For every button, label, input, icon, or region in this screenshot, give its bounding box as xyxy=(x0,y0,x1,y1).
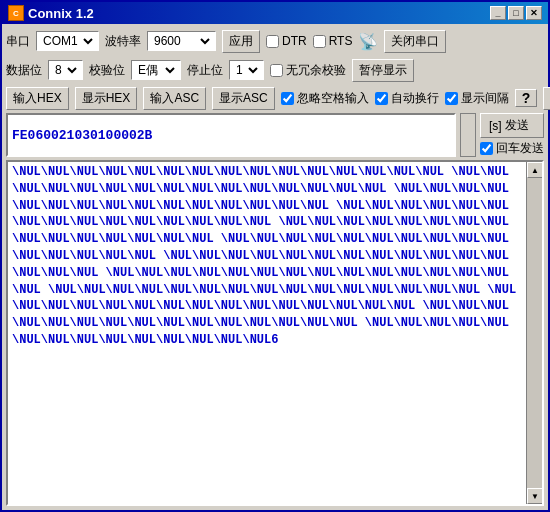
show-asc-button[interactable]: 显示ASC xyxy=(212,87,275,110)
dtr-checkbox[interactable] xyxy=(266,35,279,48)
close-port-button[interactable]: 关闭串口 xyxy=(384,30,446,53)
antenna-icon: 📡 xyxy=(358,31,378,51)
row-input-display: 输入HEX 显示HEX 输入ASC 显示ASC 忽略空格输入 自动换行 显示间隔… xyxy=(6,86,544,110)
port-label: 串口 xyxy=(6,33,30,50)
input-hex-button[interactable]: 输入HEX xyxy=(6,87,69,110)
output-area: \NUL\NUL\NUL\NUL\NUL\NUL\NUL\NUL\NUL\NUL… xyxy=(6,160,544,506)
input-send-row: [s] 发送 回车发送 xyxy=(6,113,544,157)
carriage-return-area: 回车发送 xyxy=(480,140,544,157)
scroll-up-button[interactable]: ▲ xyxy=(527,162,543,178)
carriage-return-checkbox[interactable] xyxy=(480,142,493,155)
auto-wrap-checkbox[interactable] xyxy=(375,92,388,105)
noparity-checkbox-area: 无冗余校验 xyxy=(270,62,346,79)
apply-button[interactable]: 应用 xyxy=(222,30,260,53)
port-select[interactable]: COM1 COM2 COM3 xyxy=(36,31,99,51)
port-select-input[interactable]: COM1 COM2 COM3 xyxy=(39,33,96,49)
title-bar: C Connix 1.2 _ □ ✕ xyxy=(2,2,548,24)
app-icon: C xyxy=(8,5,24,21)
minimize-button[interactable]: _ xyxy=(490,6,506,20)
close-window-button[interactable]: ✕ xyxy=(526,6,542,20)
row-databits-parity: 数据位 8 7 校验位 E偶 N无 O奇 停止位 1 2 xyxy=(6,57,544,83)
dtr-checkbox-area: DTR xyxy=(266,34,307,48)
show-interval-label: 显示间隔 xyxy=(461,90,509,107)
ignore-space-label: 忽略空格输入 xyxy=(297,90,369,107)
window-title: Connix 1.2 xyxy=(28,6,94,21)
scroll-down-button[interactable]: ▼ xyxy=(527,488,543,504)
parity-select-input[interactable]: E偶 N无 O奇 xyxy=(134,62,178,78)
input-scrollbar[interactable] xyxy=(460,113,476,157)
show-interval-checkbox[interactable] xyxy=(445,92,458,105)
parity-label: 校验位 xyxy=(89,62,125,79)
clear-display-button[interactable]: 清除显示 xyxy=(543,87,550,110)
pause-display-button[interactable]: 暂停显示 xyxy=(352,59,414,82)
parity-select[interactable]: E偶 N无 O奇 xyxy=(131,60,181,80)
send-column: [s] 发送 回车发送 xyxy=(480,113,544,157)
hex-input-field[interactable] xyxy=(6,113,456,157)
title-bar-left: C Connix 1.2 xyxy=(8,5,94,21)
carriage-return-label: 回车发送 xyxy=(496,140,544,157)
ignore-space-checkbox[interactable] xyxy=(281,92,294,105)
baud-select-input[interactable]: 9600 19200 115200 xyxy=(150,33,213,49)
auto-wrap-label: 自动换行 xyxy=(391,90,439,107)
content-area: 串口 COM1 COM2 COM3 波特率 9600 19200 115200 … xyxy=(2,24,548,510)
main-window: C Connix 1.2 _ □ ✕ 串口 COM1 COM2 COM3 波特率 xyxy=(0,0,550,512)
title-controls: _ □ ✕ xyxy=(490,6,542,20)
show-interval-checkbox-area: 显示间隔 xyxy=(445,90,509,107)
show-hex-button[interactable]: 显示HEX xyxy=(75,87,138,110)
rts-checkbox-area: RTS xyxy=(313,34,353,48)
baud-select[interactable]: 9600 19200 115200 xyxy=(147,31,216,51)
send-btn-prefix: [s] xyxy=(489,119,502,133)
dtr-label: DTR xyxy=(282,34,307,48)
help-button[interactable]: ? xyxy=(515,89,538,107)
rts-label: RTS xyxy=(329,34,353,48)
send-btn-label: 发送 xyxy=(505,117,529,134)
stopbits-label: 停止位 xyxy=(187,62,223,79)
rts-checkbox[interactable] xyxy=(313,35,326,48)
output-scrollbar[interactable]: ▲ ▼ xyxy=(526,162,542,504)
baud-label: 波特率 xyxy=(105,33,141,50)
stopbits-select[interactable]: 1 2 xyxy=(229,60,264,80)
output-text: \NUL\NUL\NUL\NUL\NUL\NUL\NUL\NUL\NUL\NUL… xyxy=(8,162,526,504)
databits-select[interactable]: 8 7 xyxy=(48,60,83,80)
databits-label: 数据位 xyxy=(6,62,42,79)
maximize-button[interactable]: □ xyxy=(508,6,524,20)
databits-select-input[interactable]: 8 7 xyxy=(51,62,80,78)
row-port-baud: 串口 COM1 COM2 COM3 波特率 9600 19200 115200 … xyxy=(6,28,544,54)
stopbits-select-input[interactable]: 1 2 xyxy=(232,62,261,78)
input-asc-button[interactable]: 输入ASC xyxy=(143,87,206,110)
scroll-track[interactable] xyxy=(527,178,542,488)
ignore-space-checkbox-area: 忽略空格输入 xyxy=(281,90,369,107)
send-button[interactable]: [s] 发送 xyxy=(480,113,544,138)
auto-wrap-checkbox-area: 自动换行 xyxy=(375,90,439,107)
noparity-label: 无冗余校验 xyxy=(286,62,346,79)
noparity-checkbox[interactable] xyxy=(270,64,283,77)
